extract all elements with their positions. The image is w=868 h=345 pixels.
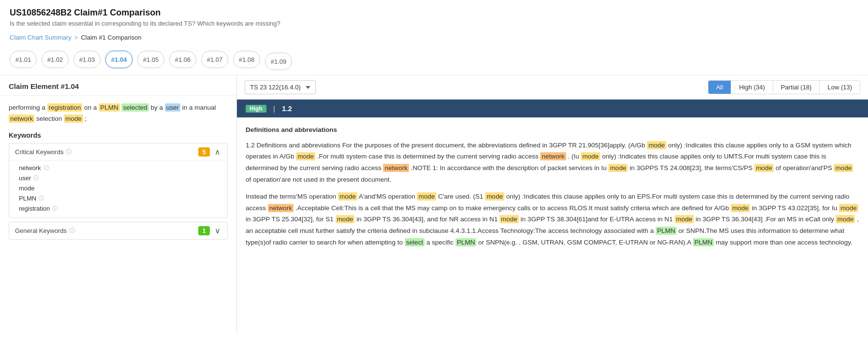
hl-mode-11: mode: [839, 204, 858, 212]
general-keywords-title: General Keywords ⓘ: [15, 227, 75, 235]
page-header: US10856248B2 Claim#1 Comparison Is the s…: [0, 0, 868, 31]
tab-1-06[interactable]: #1.06: [169, 51, 196, 68]
critical-keywords-info-icon[interactable]: ⓘ: [66, 148, 72, 156]
section-number: 1.2: [282, 104, 292, 113]
breadcrumb-link[interactable]: Claim Chart Summary: [10, 34, 72, 41]
hl-mode-9: mode: [485, 192, 504, 201]
hl-plmn-1: PLMN: [656, 227, 677, 235]
hl-select-1: select: [405, 238, 425, 246]
hl-mode-10: mode: [731, 204, 750, 212]
content-area: Claim Element #1.04 performing a registr…: [0, 75, 868, 333]
critical-keywords-title: Critical Keywords ⓘ: [15, 148, 72, 156]
hl-network-2: network: [383, 164, 409, 172]
filter-all[interactable]: All: [708, 81, 731, 94]
keywords-section: Keywords Critical Keywords ⓘ 5 ∧: [0, 129, 236, 333]
keyword-registration: registrationⓘ: [19, 203, 221, 214]
critical-keywords-label: Critical Keywords: [15, 148, 63, 156]
filter-buttons: All High (34) Partial (18) Low (13): [708, 80, 860, 94]
general-keywords-right: 1 ∨: [198, 226, 221, 235]
hl-mode-12: mode: [336, 215, 355, 223]
result-content: High | 1.2 Definitions and abbreviations…: [237, 100, 868, 333]
general-keywords-header[interactable]: General Keywords ⓘ 1 ∨: [9, 222, 227, 239]
highlight-plmn: PLMN: [99, 103, 120, 112]
general-keywords-info-icon[interactable]: ⓘ: [69, 227, 75, 235]
result-body: Definitions and abbreviations 1.2 Defini…: [237, 117, 868, 260]
main-container: #1.01 #1.02 #1.03 #1.04 #1.05 #1.06 #1.0…: [0, 46, 868, 333]
general-keywords-toggle[interactable]: ∨: [214, 226, 221, 235]
general-keywords-count: 1: [198, 226, 210, 235]
general-keywords-group: General Keywords ⓘ 1 ∨: [9, 222, 228, 240]
filter-low[interactable]: Low (13): [820, 81, 860, 94]
hl-mode-5: mode: [754, 164, 774, 172]
hl-plmn-2: PLMN: [456, 238, 477, 246]
tab-1-09[interactable]: #1.09: [265, 53, 292, 70]
result-para-2: Instead the terms'MS operation mode A'an…: [246, 191, 859, 248]
page-title: US10856248B2 Claim#1 Comparison: [10, 8, 858, 18]
ts-select[interactable]: TS 23 122(16.4.0): [245, 80, 316, 94]
critical-keywords-toggle[interactable]: ∧: [214, 147, 221, 157]
tab-1-04[interactable]: #1.04: [105, 51, 132, 68]
keywords-label: Keywords: [9, 131, 228, 139]
keyword-mode: mode: [19, 183, 221, 193]
highlight-user: user: [165, 103, 180, 112]
high-badge: High: [246, 105, 266, 113]
hl-plmn-3: PLMN: [693, 238, 714, 246]
hl-mode-15: mode: [836, 215, 855, 223]
tab-1-08[interactable]: #1.08: [233, 51, 260, 68]
critical-keywords-list: networkⓘ userⓘ mode PLMNⓘ registrationⓘ: [9, 160, 227, 217]
page-subtitle: Is the selected claim essential in corre…: [10, 20, 858, 27]
right-toolbar: TS 23 122(16.4.0) All High (34) Partial …: [237, 75, 868, 100]
tabs-row: #1.01 #1.02 #1.03 #1.04 #1.05 #1.06 #1.0…: [0, 46, 868, 75]
general-keywords-label: General Keywords: [15, 227, 67, 234]
keyword-user: userⓘ: [19, 173, 221, 183]
highlight-registration: registration: [47, 103, 83, 112]
result-section-header: High | 1.2: [237, 100, 868, 117]
hl-mode-4: mode: [608, 164, 628, 172]
hl-mode-8: mode: [417, 192, 436, 201]
hl-mode-13: mode: [500, 215, 519, 223]
filter-partial[interactable]: Partial (18): [773, 81, 820, 94]
highlight-mode: mode: [64, 115, 83, 123]
tab-1-01[interactable]: #1.01: [10, 51, 37, 68]
hl-network-1: network: [540, 152, 566, 160]
claim-text-area: performing a registration on a PLMN sele…: [0, 96, 236, 129]
breadcrumb-separator: >: [74, 34, 78, 41]
right-panel: TS 23 122(16.4.0) All High (34) Partial …: [237, 75, 868, 333]
keyword-network: networkⓘ: [19, 163, 221, 173]
hl-mode-7: mode: [338, 192, 357, 201]
left-panel: Claim Element #1.04 performing a registr…: [0, 75, 237, 333]
highlight-selected: selected: [121, 103, 148, 112]
claim-element-header: Claim Element #1.04: [0, 75, 236, 96]
critical-keywords-right: 5 ∧: [198, 147, 221, 157]
keyword-registration-info[interactable]: ⓘ: [52, 205, 58, 212]
keyword-plmn: PLMNⓘ: [19, 193, 221, 203]
hl-mode-1: mode: [647, 141, 666, 149]
result-para-1: 1.2 Definitions and abbreviations For th…: [246, 140, 859, 186]
hl-mode-3: mode: [581, 152, 600, 160]
critical-keywords-group: Critical Keywords ⓘ 5 ∧ networkⓘ: [9, 143, 228, 218]
tab-1-05[interactable]: #1.05: [137, 51, 164, 68]
critical-keywords-count: 5: [198, 147, 210, 157]
tab-1-07[interactable]: #1.07: [201, 51, 228, 68]
keyword-network-info[interactable]: ⓘ: [44, 164, 49, 172]
breadcrumb-current: Claim #1 Comparison: [81, 34, 141, 41]
critical-keywords-header[interactable]: Critical Keywords ⓘ 5 ∧: [9, 144, 227, 160]
hl-mode-2: mode: [296, 152, 315, 160]
hl-mode-6: mode: [834, 164, 853, 172]
tab-1-03[interactable]: #1.03: [74, 51, 101, 68]
breadcrumb: Claim Chart Summary > Claim #1 Compariso…: [0, 31, 868, 46]
filter-high[interactable]: High (34): [731, 81, 773, 94]
hl-mode-14: mode: [675, 215, 694, 223]
keyword-plmn-info[interactable]: ⓘ: [39, 195, 44, 202]
highlight-network: network: [9, 115, 34, 123]
tab-1-02[interactable]: #1.02: [42, 51, 69, 68]
keyword-user-info[interactable]: ⓘ: [33, 174, 39, 182]
hl-network-3: network: [268, 204, 294, 212]
result-section-title: Definitions and abbreviations: [246, 124, 859, 136]
